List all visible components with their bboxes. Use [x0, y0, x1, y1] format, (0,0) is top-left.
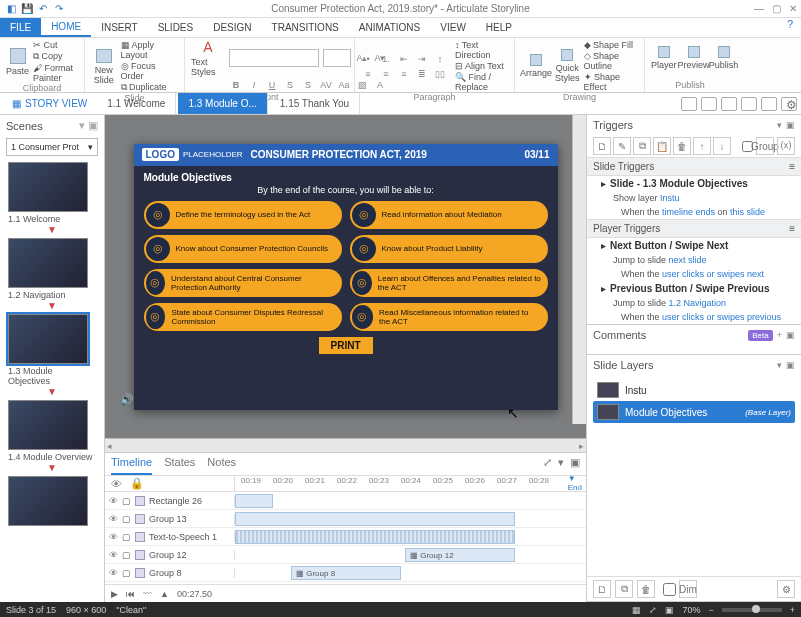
triggers-max-icon[interactable]: ▣ — [786, 120, 795, 130]
trigger-add-icon[interactable]: 🗋 — [593, 137, 611, 155]
device-phone-landscape-icon[interactable] — [741, 97, 757, 111]
timeline-row[interactable]: 👁▢Group 12▦ Group 12 — [105, 546, 586, 564]
scene-thumb[interactable]: 1.4 Module Overview▼ — [8, 400, 96, 472]
timeline-max-icon[interactable]: ▣ — [570, 456, 580, 472]
objective-pill[interactable]: ◎Define the terminology used in the Act — [144, 201, 342, 229]
player-button[interactable]: Player — [651, 40, 677, 76]
eye-icon[interactable]: 👁 — [109, 550, 118, 560]
justify-icon[interactable]: ≣ — [415, 67, 429, 81]
scene-thumb[interactable]: 1.2 Navigation▼ — [8, 238, 96, 310]
trigger-copy-icon[interactable]: ⧉ — [633, 137, 651, 155]
objective-pill[interactable]: ◎Know about Product Liability — [350, 235, 548, 263]
eye-icon[interactable]: 👁 — [109, 514, 118, 524]
zoom-in-icon[interactable]: + — [790, 605, 795, 615]
close-icon[interactable]: ✕ — [789, 3, 797, 14]
tab-home[interactable]: HOME — [41, 18, 91, 37]
app-menu-icon[interactable]: ◧ — [4, 2, 18, 16]
align-right-icon[interactable]: ≡ — [397, 67, 411, 81]
strike-icon[interactable]: S — [283, 78, 297, 92]
new-slide-button[interactable]: New Slide — [91, 49, 117, 85]
case-icon[interactable]: Aa — [337, 78, 351, 92]
lock-icon[interactable]: ▢ — [122, 532, 131, 542]
focus-order-button[interactable]: ◎ Focus Order — [121, 61, 178, 81]
lock-icon[interactable]: ▢ — [122, 550, 131, 560]
timeline-row[interactable]: 👁▢Group 13 — [105, 510, 586, 528]
zoom-out-icon[interactable]: − — [708, 605, 713, 615]
trigger-item[interactable]: ▸ Next Button / Swipe Next — [587, 238, 801, 253]
arrange-button[interactable]: Arrange — [521, 48, 551, 84]
shadow-icon[interactable]: Ѕ — [301, 78, 315, 92]
align-left-icon[interactable]: ≡ — [361, 67, 375, 81]
trigger-item[interactable]: ▸ Previous Button / Swipe Previous — [587, 281, 801, 296]
scene-tab-thankyou[interactable]: 1.15 Thank You — [270, 93, 360, 114]
linespace-icon[interactable]: ↕ — [433, 52, 447, 66]
lock-icon[interactable]: ▢ — [122, 514, 131, 524]
scene-thumb[interactable] — [8, 476, 96, 526]
device-tablet-portrait-icon[interactable] — [721, 97, 737, 111]
shape-outline-button[interactable]: ◇ Shape Outline — [584, 51, 638, 71]
canvas-hscroll[interactable]: ◂▸ — [105, 438, 586, 452]
eye-icon[interactable]: 👁 — [109, 568, 118, 578]
bold-icon[interactable]: B — [229, 78, 243, 92]
trigger-up-icon[interactable]: ↑ — [693, 137, 711, 155]
objective-pill[interactable]: ◎Read information about Mediation — [350, 201, 548, 229]
align-text-button[interactable]: ⊟ Align Text — [455, 61, 508, 71]
tab-animations[interactable]: ANIMATIONS — [349, 18, 430, 37]
font-family-select[interactable] — [229, 49, 319, 67]
device-desktop-icon[interactable] — [681, 97, 697, 111]
shape-effect-button[interactable]: ✦ Shape Effect — [584, 72, 638, 92]
zoom-slider[interactable] — [722, 608, 782, 612]
paste-button[interactable]: Paste — [6, 44, 29, 80]
stop-icon[interactable]: ⏮ — [126, 589, 135, 599]
play-icon[interactable]: ▶ — [111, 589, 118, 599]
trigger-item[interactable]: ▸ Slide - 1.3 Module Objectives — [587, 176, 801, 191]
indent-inc-icon[interactable]: ⇥ — [415, 52, 429, 66]
print-button[interactable]: PRINT — [319, 337, 373, 354]
layers-collapse-icon[interactable]: ▾ — [777, 360, 782, 370]
trigger-paste-icon[interactable]: 📋 — [653, 137, 671, 155]
variables-icon[interactable]: ⒳ — [777, 137, 795, 155]
eye-icon[interactable]: 👁 — [109, 532, 118, 542]
text-styles-button[interactable]: AText Styles — [191, 40, 225, 76]
timeline-row[interactable]: 👁▢Rectangle 26 — [105, 492, 586, 510]
trigger-down-icon[interactable]: ↓ — [713, 137, 731, 155]
tab-file[interactable]: FILE — [0, 18, 41, 37]
view-grid-icon[interactable]: ▦ — [632, 605, 641, 615]
numbering-icon[interactable]: 1. — [379, 52, 393, 66]
comments-add-icon[interactable]: + — [777, 330, 782, 341]
spacing-icon[interactable]: AV — [319, 78, 333, 92]
tab-notes[interactable]: Notes — [207, 456, 236, 475]
timeline-menu-icon[interactable]: ▾ — [558, 456, 564, 472]
settings-icon[interactable]: ⚙ — [781, 97, 797, 111]
layer-add-icon[interactable]: 🗋 — [593, 580, 611, 598]
objective-pill[interactable]: ◎Know about Consumer Protection Councils — [144, 235, 342, 263]
underline-icon[interactable]: U — [265, 78, 279, 92]
format-painter-button[interactable]: 🖌 Format Painter — [33, 63, 78, 83]
slide-layer[interactable]: Instu — [593, 379, 795, 401]
save-icon[interactable]: 💾 — [20, 2, 34, 16]
align-center-icon[interactable]: ≡ — [379, 67, 393, 81]
slide-layer[interactable]: Module Objectives(Base Layer) — [593, 401, 795, 423]
apply-layout-button[interactable]: ▦ Apply Layout — [121, 40, 178, 60]
view-actual-icon[interactable]: ▣ — [665, 605, 674, 615]
font-size-select[interactable] — [323, 49, 351, 67]
device-tablet-landscape-icon[interactable] — [701, 97, 717, 111]
minimize-icon[interactable]: — — [754, 3, 764, 14]
objective-pill[interactable]: ◎Read Miscellaneous information related … — [350, 303, 548, 331]
publish-button[interactable]: Publish — [711, 40, 737, 76]
timeline-row[interactable]: 👁▢Group 8▦ Group 8 — [105, 564, 586, 582]
lock-icon[interactable]: ▢ — [122, 568, 131, 578]
scene-select[interactable]: 1 Consumer Prot▾ — [6, 138, 98, 156]
scenes-collapse-icon[interactable]: ▾ ▣ — [79, 119, 98, 132]
comments-max-icon[interactable]: ▣ — [786, 330, 795, 341]
redo-icon[interactable]: ↷ — [52, 2, 66, 16]
section-menu-icon[interactable]: ≡ — [789, 223, 795, 234]
copy-button[interactable]: ⧉ Copy — [33, 51, 78, 62]
preview-button[interactable]: Preview — [681, 40, 707, 76]
lock-header-icon[interactable]: 🔒 — [130, 477, 144, 490]
layer-settings-icon[interactable]: ⚙ — [777, 580, 795, 598]
layer-del-icon[interactable]: 🗑 — [637, 580, 655, 598]
view-fit-icon[interactable]: ⤢ — [649, 605, 657, 615]
tab-help[interactable]: HELP — [476, 18, 522, 37]
scene-tab-module[interactable]: 1.3 Module O... — [178, 93, 267, 114]
